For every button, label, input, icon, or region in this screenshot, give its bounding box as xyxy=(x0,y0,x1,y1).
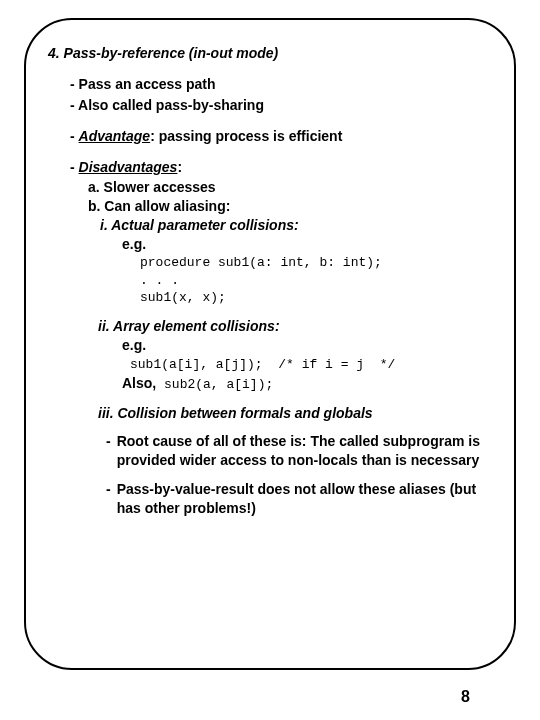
ii-code-line1: sub1(a[i], a[j]); /* if i = j */ xyxy=(130,354,492,374)
ii-also-line: Also, sub2(a, a[i]); xyxy=(122,374,492,394)
root-cause-block: - Root cause of all of these is: The cal… xyxy=(106,432,492,470)
bullet-access-path: - Pass an access path xyxy=(70,75,492,94)
advantage-label: Advantage xyxy=(79,128,151,144)
bullet-pass-by-sharing: - Also called pass-by-sharing xyxy=(70,96,492,115)
i-code-2: . . . xyxy=(140,272,492,290)
ii-code-2: sub2(a, a[i]); xyxy=(156,377,273,392)
root-cause-text: Root cause of all of these is: The calle… xyxy=(117,432,492,470)
iii-heading: iii. Collision between formals and globa… xyxy=(98,404,492,423)
dash: - xyxy=(70,128,75,144)
dis-a: a. Slower accesses xyxy=(88,178,492,197)
disadvantages-line: - Disadvantages: xyxy=(70,158,492,177)
slide-title: 4. Pass-by-reference (in-out mode) xyxy=(48,44,492,63)
disadvantages-label: Disadvantages xyxy=(79,159,178,175)
ii-code-1: sub1(a[i], a[j]); /* if i = j */ xyxy=(130,357,395,372)
ii-heading: ii. Array element collisions: xyxy=(98,317,492,336)
dash: - xyxy=(70,159,75,175)
slide-frame: 4. Pass-by-reference (in-out mode) - Pas… xyxy=(24,18,516,670)
disadvantages-colon: : xyxy=(177,159,182,175)
dis-b: b. Can allow aliasing: xyxy=(88,197,492,216)
pbvr-block: - Pass-by-value-result does not allow th… xyxy=(106,480,492,518)
i-heading: i. Actual parameter collisions: xyxy=(100,216,492,235)
i-code-3: sub1(x, x); xyxy=(140,289,492,307)
slide-content: 4. Pass-by-reference (in-out mode) - Pas… xyxy=(48,44,492,518)
dash: - xyxy=(106,432,117,470)
advantage-text: : passing process is efficient xyxy=(150,128,342,144)
advantage-line: - Advantage: passing process is efficien… xyxy=(70,127,492,146)
i-code-1: procedure sub1(a: int, b: int); xyxy=(140,254,492,272)
i-eg: e.g. xyxy=(122,235,492,254)
page-number: 8 xyxy=(461,688,470,706)
dash: - xyxy=(106,480,117,518)
ii-also: Also, xyxy=(122,375,156,391)
ii-eg: e.g. xyxy=(122,336,492,355)
pbvr-text: Pass-by-value-result does not allow thes… xyxy=(117,480,492,518)
